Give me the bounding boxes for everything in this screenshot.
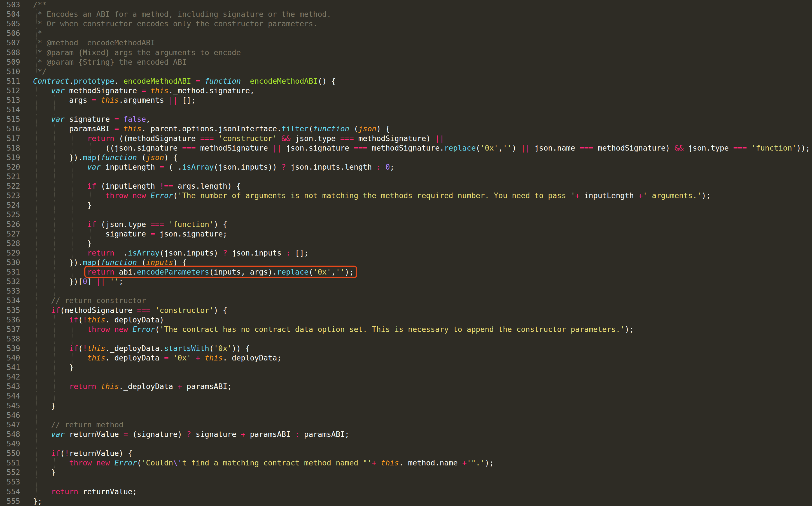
code-token: }). — [69, 258, 83, 267]
code-editor[interactable]: 503/**504* Encodes an ABI for a method, … — [0, 0, 812, 506]
code-token — [150, 306, 155, 315]
code-token: []; — [177, 96, 196, 104]
indent-guide — [69, 267, 87, 277]
line-number: 513 — [0, 95, 20, 105]
code-token — [164, 220, 169, 229]
code-text: if(!this._deployData) — [33, 315, 164, 325]
code-token: 'The number of arguments is not matching… — [177, 191, 575, 200]
code-token: inputLength — [101, 163, 160, 171]
code-text: })[0] || ''; — [33, 277, 124, 286]
code-text — [33, 477, 51, 487]
code-token: throw — [105, 191, 128, 200]
code-token: ) { — [214, 220, 227, 229]
indent-guide — [69, 162, 87, 172]
code-token: (_. — [164, 163, 182, 171]
code-text — [33, 172, 87, 181]
code-token: prototype — [74, 77, 114, 85]
code-line: 507* @method _encodeMethodABI — [0, 38, 812, 48]
code-token: replace — [444, 144, 476, 152]
code-line: 521 — [0, 172, 812, 181]
code-token: if — [69, 344, 78, 353]
code-token: json.type — [291, 134, 340, 143]
code-text: if(!returnValue) { — [33, 449, 133, 458]
code-line: 549 — [0, 439, 812, 449]
line-number: 518 — [0, 143, 20, 153]
line-number: 506 — [0, 28, 20, 38]
indent-guide — [33, 248, 51, 258]
code-text: return abi.encodeParameters(inputs, args… — [33, 267, 354, 277]
code-token: } — [51, 401, 56, 410]
code-token: ( — [173, 191, 177, 200]
code-token: if — [87, 182, 96, 190]
line-number: 527 — [0, 229, 20, 239]
indent-guide — [51, 267, 69, 277]
code-token: if — [69, 315, 78, 324]
code-token: ); — [625, 325, 634, 334]
code-token: === — [182, 144, 195, 152]
code-text — [33, 286, 69, 296]
indent-guide — [33, 391, 51, 401]
code-token: ); — [485, 458, 494, 467]
code-token: methodSignature) — [354, 134, 435, 143]
indent-guide — [69, 191, 87, 200]
indent-guide — [33, 430, 51, 439]
indent-guide — [51, 344, 69, 353]
line-number: 538 — [0, 334, 20, 344]
code-token: ( — [96, 153, 101, 162]
code-token — [92, 458, 96, 467]
code-token: ( — [137, 458, 141, 467]
indent-guide — [33, 382, 51, 391]
code-token — [200, 353, 205, 362]
code-text: throw new Error('The number of arguments… — [33, 191, 711, 200]
code-token: ; — [119, 277, 124, 286]
line-number: 531 — [0, 267, 20, 277]
line-number: 536 — [0, 315, 20, 325]
code-token: this — [381, 458, 399, 467]
line-number: 521 — [0, 172, 20, 181]
code-line: 527signature = json.signature; — [0, 229, 812, 239]
indent-guide — [33, 267, 51, 277]
code-token: '' — [336, 267, 345, 276]
code-token: json.signature; — [155, 230, 227, 238]
code-token: * @param {Mixed} args the arguments to e… — [37, 48, 241, 57]
indent-guide — [87, 143, 105, 153]
code-token — [110, 458, 114, 467]
code-token: /** — [33, 0, 47, 9]
indent-guide — [33, 325, 51, 334]
code-token: inputs — [146, 258, 173, 267]
code-line: 522if (inputLength !== args.length) { — [0, 181, 812, 191]
indent-guide — [51, 200, 69, 210]
code-text: } — [33, 239, 92, 248]
code-token: : — [295, 430, 300, 438]
line-number: 503 — [0, 0, 20, 9]
indent-guide — [33, 28, 37, 38]
code-line: 550if(!returnValue) { — [0, 449, 812, 458]
code-line: 536if(!this._deployData) — [0, 315, 812, 325]
code-token — [200, 77, 205, 85]
indent-guide — [51, 153, 69, 162]
code-token: = — [164, 353, 169, 362]
code-token: _encodeMethodABI — [119, 77, 191, 85]
code-token: ) { — [376, 124, 390, 133]
code-token: ( — [349, 124, 358, 133]
indent-guide — [33, 229, 51, 239]
code-token: ._method.signature, — [169, 86, 254, 95]
code-token: ; — [390, 163, 395, 171]
code-token: + — [575, 191, 580, 200]
code-line: 508* @param {Mixed} args the arguments t… — [0, 48, 812, 57]
code-token: ( — [309, 267, 313, 276]
code-token: === — [200, 134, 214, 143]
code-text: throw new Error('The contract has no con… — [33, 325, 634, 334]
code-line: 533 — [0, 286, 812, 296]
code-token: var — [51, 86, 65, 95]
code-token — [191, 77, 196, 85]
code-text: * — [33, 28, 42, 38]
code-token: || — [96, 277, 105, 286]
indent-guide — [51, 172, 69, 181]
indent-guide — [33, 191, 51, 200]
code-text — [33, 411, 51, 420]
code-line: 555}; — [0, 497, 812, 506]
code-text: } — [33, 401, 56, 411]
code-token — [214, 134, 218, 143]
code-line: 526if (json.type === 'function') { — [0, 220, 812, 229]
